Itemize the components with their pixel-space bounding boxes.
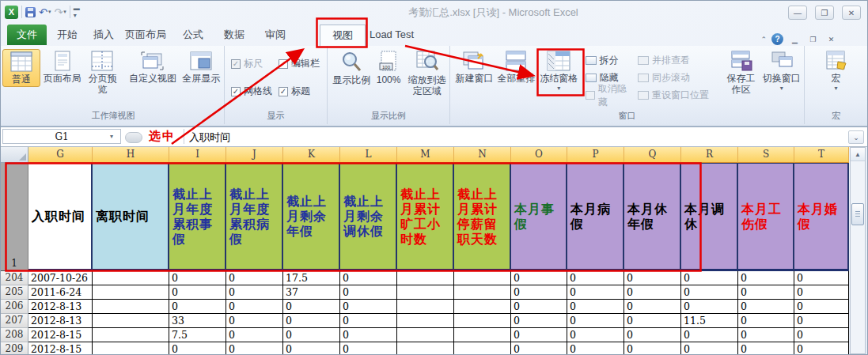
cell-G209[interactable]: 2012-8-15	[28, 342, 93, 354]
switch-windows-button[interactable]: 切换窗口 ▾	[759, 49, 804, 93]
column-header-N[interactable]: N	[454, 147, 511, 163]
tab-view[interactable]: 视图	[320, 25, 366, 46]
cell-K205[interactable]: 37	[283, 285, 340, 300]
cell-P209[interactable]: 0	[567, 342, 624, 354]
new-window-button[interactable]: 新建窗口	[453, 49, 495, 85]
help-icon[interactable]: ?	[771, 33, 783, 45]
cell-L204[interactable]: 0	[340, 271, 397, 285]
cell-N205[interactable]	[454, 285, 511, 300]
save-button[interactable]	[25, 7, 36, 17]
column-header-J[interactable]: J	[226, 147, 283, 163]
cell-L208[interactable]: 0	[340, 328, 397, 342]
column-header-K[interactable]: K	[283, 147, 340, 163]
cell-R205[interactable]: 0	[681, 285, 738, 300]
row-header-204[interactable]: 204	[1, 271, 28, 285]
header-cell-M1[interactable]: 截止上月累计旷工小时数	[397, 163, 454, 271]
scroll-up-icon[interactable]: ▲	[851, 148, 865, 161]
cell-G207[interactable]: 2012-8-13	[28, 314, 93, 328]
cell-N208[interactable]	[454, 328, 511, 342]
cell-G205[interactable]: 2011-6-24	[28, 285, 93, 300]
header-cell-Q1[interactable]: 本月休年假	[624, 163, 681, 271]
expand-formula-bar-icon[interactable]: ⌄	[848, 130, 864, 144]
redo-button[interactable]: ↷▾	[54, 6, 66, 18]
column-header-T[interactable]: T	[794, 147, 849, 163]
select-all-corner[interactable]	[1, 147, 28, 163]
cell-Q205[interactable]: 0	[624, 285, 681, 300]
workbook-close-icon[interactable]: ✕	[824, 34, 838, 44]
header-cell-S1[interactable]: 本月工伤假	[738, 163, 794, 271]
cell-S206[interactable]: 0	[738, 300, 794, 314]
workbook-restore-icon[interactable]: ❐	[806, 34, 820, 44]
row-header-1[interactable]: 1	[1, 163, 28, 271]
cell-O205[interactable]: 0	[511, 285, 567, 300]
header-cell-K1[interactable]: 截止上月剩余年假	[283, 163, 340, 271]
cell-H208[interactable]	[93, 328, 169, 342]
cell-H205[interactable]	[93, 285, 169, 300]
full-screen-button[interactable]: 全屏显示	[179, 49, 224, 85]
zoom-button[interactable]: 显示比例	[331, 49, 373, 87]
vertical-scrollbar[interactable]: ▲	[850, 147, 866, 354]
ruler-checkbox[interactable]: ✓标尺	[231, 57, 272, 70]
tab-data[interactable]: 数据	[216, 25, 252, 45]
cell-H209[interactable]	[93, 342, 169, 354]
cell-M206[interactable]	[397, 300, 454, 314]
cell-I207[interactable]: 33	[169, 314, 226, 328]
minimize-button[interactable]: —	[788, 6, 807, 20]
cell-K207[interactable]: 0	[283, 314, 340, 328]
cell-N209[interactable]	[454, 342, 511, 354]
undo-button[interactable]: ↶▾	[39, 6, 51, 18]
tab-page-layout[interactable]: 页面布局	[121, 25, 170, 45]
cell-M209[interactable]	[397, 342, 454, 354]
name-box-dropdown-icon[interactable]: ▾	[110, 133, 113, 140]
cell-H207[interactable]	[93, 314, 169, 328]
tab-insert[interactable]: 插入	[86, 25, 121, 45]
column-header-R[interactable]: R	[681, 147, 738, 163]
headings-checkbox[interactable]: ✓标题	[279, 85, 320, 98]
page-layout-view-button[interactable]: 页面布局	[40, 49, 85, 85]
cell-P204[interactable]: 0	[567, 271, 624, 285]
header-cell-I1[interactable]: 截止上月年度累积事假	[169, 163, 226, 271]
column-header-S[interactable]: S	[738, 147, 794, 163]
header-cell-J1[interactable]: 截止上月年度累积病假	[226, 163, 283, 271]
cell-S204[interactable]: 0	[738, 271, 794, 285]
cell-K208[interactable]: 0	[283, 328, 340, 342]
cell-R209[interactable]: 0	[681, 342, 738, 354]
tab-file[interactable]: 文件	[7, 25, 47, 45]
excel-logo-icon[interactable]: X	[5, 6, 18, 19]
arrange-all-button[interactable]: 全部重排	[495, 49, 537, 85]
cell-H206[interactable]	[93, 300, 169, 314]
cell-G204[interactable]: 2007-10-26	[28, 271, 93, 285]
cell-P207[interactable]: 0	[567, 314, 624, 328]
cell-M205[interactable]	[397, 285, 454, 300]
cell-Q208[interactable]: 0	[624, 328, 681, 342]
cell-M204[interactable]	[397, 271, 454, 285]
cell-O206[interactable]: 0	[511, 300, 567, 314]
cell-T207[interactable]: 0	[794, 314, 849, 328]
cell-I204[interactable]: 0	[169, 271, 226, 285]
row-header-208[interactable]: 208	[1, 328, 28, 342]
cell-Q206[interactable]: 0	[624, 300, 681, 314]
gridlines-checkbox[interactable]: ✓网格线	[231, 85, 272, 98]
cell-I206[interactable]: 0	[169, 300, 226, 314]
cell-I209[interactable]: 0	[169, 342, 226, 354]
header-cell-O1[interactable]: 本月事假	[511, 163, 567, 271]
cell-L205[interactable]: 0	[340, 285, 397, 300]
cell-M208[interactable]	[397, 328, 454, 342]
custom-views-button[interactable]: 自定义视图	[127, 49, 178, 85]
column-header-M[interactable]: M	[397, 147, 454, 163]
cell-S209[interactable]: 0	[738, 342, 794, 354]
close-button[interactable]: ✕	[842, 6, 861, 20]
cell-J208[interactable]: 0	[226, 328, 283, 342]
row-header-209[interactable]: 209	[1, 342, 28, 354]
customize-qat-dropdown[interactable]: ▬▾	[74, 5, 80, 19]
cell-H204[interactable]	[93, 271, 169, 285]
cell-O204[interactable]: 0	[511, 271, 567, 285]
cell-L209[interactable]: 0	[340, 342, 397, 354]
cell-K209[interactable]: 0	[283, 342, 340, 354]
unhide-button[interactable]: 取消隐藏	[586, 89, 630, 102]
tab-load-test[interactable]: Load Test	[366, 25, 418, 45]
cell-J204[interactable]: 0	[226, 271, 283, 285]
cell-J209[interactable]: 0	[226, 342, 283, 354]
row-header-205[interactable]: 205	[1, 285, 28, 300]
cell-T208[interactable]: 0	[794, 328, 849, 342]
